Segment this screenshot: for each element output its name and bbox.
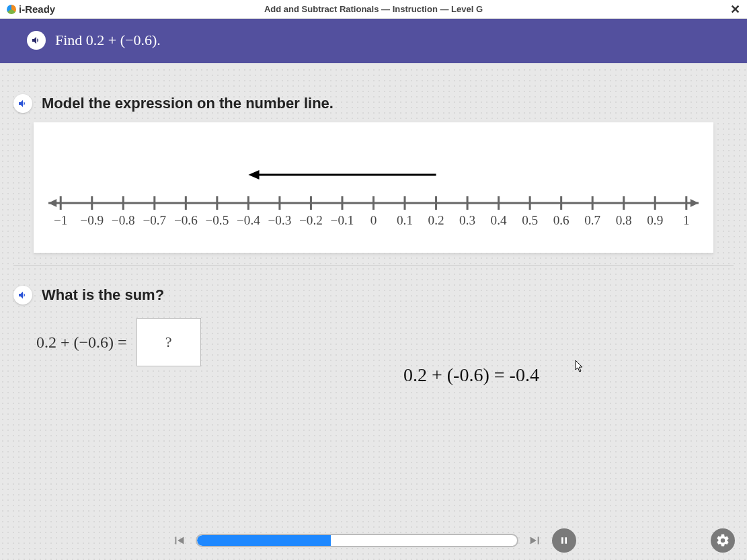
gear-icon: [715, 533, 730, 548]
prompt-text: Find 0.2 + (−0.6).: [55, 32, 161, 49]
section2-header: What is the sum?: [13, 286, 734, 305]
prompt-bar: Find 0.2 + (−0.6).: [0, 19, 747, 63]
svg-text:0.6: 0.6: [553, 213, 569, 227]
svg-text:−0.9: −0.9: [80, 213, 104, 227]
svg-text:0.2: 0.2: [428, 213, 444, 227]
svg-marker-1: [48, 199, 56, 207]
svg-text:0.4: 0.4: [491, 213, 507, 227]
divider: [13, 265, 734, 266]
prev-button[interactable]: [171, 533, 186, 548]
svg-text:0.5: 0.5: [522, 213, 538, 227]
svg-text:−0.4: −0.4: [237, 213, 260, 227]
svg-marker-46: [248, 170, 259, 179]
svg-text:−1: −1: [54, 213, 67, 227]
number-line[interactable]: −1−0.9−0.8−0.7−0.6−0.5−0.4−0.3−0.2−0.100…: [47, 149, 700, 237]
solution-text: 0.2 + (-0.6) = -0.4: [403, 364, 539, 386]
speaker-icon: [17, 98, 28, 109]
svg-text:0.1: 0.1: [397, 213, 413, 227]
svg-text:−0.5: −0.5: [205, 213, 229, 227]
skip-back-icon: [171, 533, 186, 548]
cursor-icon: [575, 360, 584, 373]
equation-row: 0.2 + (−0.6) = ?: [36, 318, 734, 366]
equation-lhs: 0.2 + (−0.6) =: [36, 333, 127, 352]
brand-logo-icon: [7, 5, 16, 14]
answer-placeholder: ?: [165, 333, 172, 351]
section1-header: Model the expression on the number line.: [13, 94, 734, 113]
svg-text:1: 1: [683, 213, 690, 227]
next-button[interactable]: [528, 533, 543, 548]
svg-text:−0.6: −0.6: [174, 213, 198, 227]
svg-text:0.9: 0.9: [647, 213, 663, 227]
audio-button-section2[interactable]: [13, 286, 32, 305]
answer-input[interactable]: ?: [136, 318, 201, 366]
svg-text:−0.7: −0.7: [143, 213, 166, 227]
close-button[interactable]: ✕: [730, 2, 740, 17]
svg-text:−0.2: −0.2: [299, 213, 323, 227]
progress-bar[interactable]: [196, 534, 518, 547]
svg-marker-2: [691, 199, 699, 207]
pause-icon: [559, 535, 569, 546]
progress-fill: [197, 535, 331, 546]
number-line-card: −1−0.9−0.8−0.7−0.6−0.5−0.4−0.3−0.2−0.100…: [34, 122, 713, 253]
footer: [0, 521, 747, 560]
brand: i-Ready: [7, 3, 55, 15]
pause-button[interactable]: [552, 528, 576, 553]
svg-text:−0.8: −0.8: [112, 213, 135, 227]
svg-text:−0.1: −0.1: [331, 213, 354, 227]
brand-text: i-Ready: [19, 3, 55, 15]
speaker-icon: [31, 35, 42, 46]
skip-forward-icon: [528, 533, 543, 548]
top-bar: i-Ready Add and Subtract Rationals — Ins…: [0, 0, 747, 19]
svg-text:0: 0: [370, 213, 377, 227]
svg-text:0.3: 0.3: [459, 213, 475, 227]
audio-button-prompt[interactable]: [27, 31, 46, 50]
section1-heading: Model the expression on the number line.: [42, 95, 333, 112]
audio-button-section1[interactable]: [13, 94, 32, 113]
speaker-icon: [17, 290, 28, 301]
settings-button[interactable]: [711, 528, 735, 553]
svg-text:0.8: 0.8: [616, 213, 632, 227]
lesson-title: Add and Subtract Rationals — Instruction…: [264, 4, 483, 14]
svg-text:−0.3: −0.3: [268, 213, 292, 227]
section2-heading: What is the sum?: [42, 286, 164, 304]
svg-text:0.7: 0.7: [584, 213, 600, 227]
